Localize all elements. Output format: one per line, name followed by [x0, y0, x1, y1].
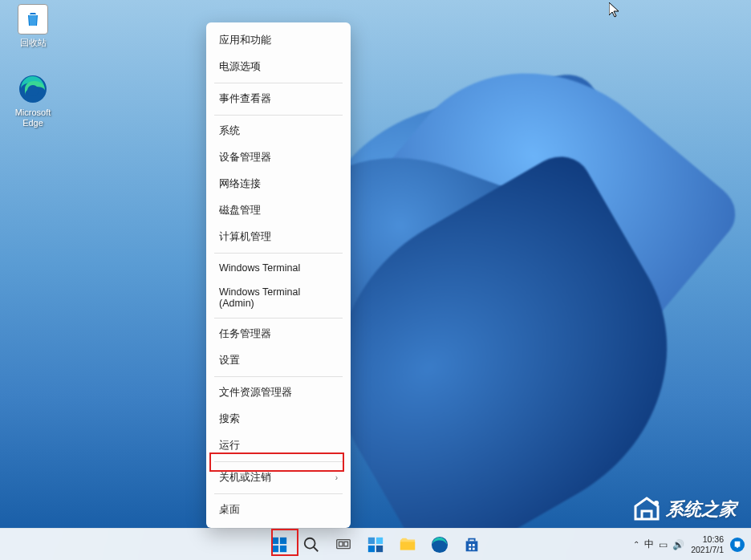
- clock-time: 10:36: [691, 534, 724, 545]
- svg-point-20: [654, 501, 659, 505]
- svg-rect-9: [339, 542, 343, 546]
- edge-icon: [18, 74, 48, 104]
- tray-battery-icon[interactable]: ▭: [659, 539, 668, 550]
- mouse-cursor: [609, 2, 622, 22]
- watermark: 系统之家: [632, 495, 737, 524]
- menu-separator: [214, 493, 343, 494]
- system-tray: ⌃ 中 ▭ 🔊 10:36 2021/7/1: [633, 534, 745, 554]
- desktop-icon-edge[interactable]: Microsoft Edge: [5, 74, 61, 128]
- svg-rect-10: [344, 542, 348, 546]
- menu-item-apps-features[interactable]: 应用和功能: [208, 27, 349, 54]
- explorer-button[interactable]: [393, 530, 422, 559]
- svg-rect-17: [473, 544, 475, 546]
- menu-item-task-manager[interactable]: 任务管理器: [208, 321, 349, 347]
- taskbar-clock[interactable]: 10:36 2021/7/1: [691, 534, 724, 554]
- svg-point-1: [27, 85, 39, 96]
- menu-item-disk-management[interactable]: 磁盘管理: [208, 197, 349, 224]
- start-button[interactable]: [265, 530, 294, 559]
- menu-separator: [214, 376, 343, 377]
- edge-taskbar-button[interactable]: [425, 530, 454, 559]
- menu-item-windows-terminal-admin[interactable]: Windows Terminal (Admin): [208, 280, 349, 315]
- menu-item-computer-management[interactable]: 计算机管理: [208, 224, 349, 250]
- menu-item-device-manager[interactable]: 设备管理器: [208, 144, 349, 171]
- svg-rect-18: [469, 547, 471, 550]
- desktop-wallpaper[interactable]: [0, 0, 751, 528]
- menu-item-settings[interactable]: 设置: [208, 347, 349, 374]
- start-context-menu: 应用和功能 电源选项 事件查看器 系统 设备管理器 网络连接 磁盘管理 计算机管…: [206, 22, 351, 528]
- notification-button[interactable]: [730, 538, 745, 552]
- menu-item-system[interactable]: 系统: [208, 118, 349, 144]
- desktop-icon-label: Microsoft Edge: [5, 108, 61, 128]
- menu-item-windows-terminal[interactable]: Windows Terminal: [208, 256, 349, 280]
- menu-item-event-viewer[interactable]: 事件查看器: [208, 86, 349, 112]
- svg-rect-19: [473, 547, 475, 550]
- menu-item-shutdown-signout[interactable]: 关机或注销 ›: [208, 465, 349, 491]
- tray-chevron-icon[interactable]: ⌃: [633, 540, 639, 549]
- menu-separator: [214, 461, 343, 462]
- menu-item-search[interactable]: 搜索: [208, 406, 349, 432]
- store-button[interactable]: [457, 530, 486, 559]
- menu-item-desktop[interactable]: 桌面: [208, 497, 349, 523]
- svg-rect-11: [368, 537, 375, 543]
- task-view-button[interactable]: [329, 530, 358, 559]
- svg-rect-13: [368, 545, 375, 551]
- svg-rect-5: [280, 545, 286, 551]
- menu-item-file-explorer[interactable]: 文件资源管理器: [208, 379, 349, 406]
- menu-separator: [214, 253, 343, 254]
- svg-point-6: [305, 538, 315, 548]
- taskbar-center: [265, 530, 486, 559]
- tray-volume-icon[interactable]: 🔊: [672, 539, 684, 550]
- desktop-icon-label: 回收站: [5, 38, 61, 48]
- recycle-bin-icon: [18, 4, 48, 34]
- search-button[interactable]: [297, 530, 326, 559]
- watermark-text: 系统之家: [666, 497, 737, 521]
- watermark-icon: [632, 495, 661, 524]
- taskbar: ⌃ 中 ▭ 🔊 10:36 2021/7/1: [0, 528, 751, 560]
- menu-item-run[interactable]: 运行: [208, 432, 349, 459]
- svg-rect-2: [272, 537, 278, 543]
- svg-rect-4: [272, 545, 278, 551]
- menu-item-power-options[interactable]: 电源选项: [208, 54, 349, 80]
- svg-rect-12: [376, 537, 383, 543]
- svg-line-7: [314, 546, 319, 551]
- svg-rect-3: [280, 537, 286, 543]
- menu-separator: [214, 318, 343, 319]
- desktop-icon-recycle-bin[interactable]: 回收站: [5, 4, 61, 48]
- clock-date: 2021/7/1: [691, 545, 724, 555]
- menu-separator: [214, 83, 343, 83]
- svg-rect-16: [469, 544, 471, 546]
- chevron-right-icon: ›: [335, 473, 338, 482]
- menu-item-network-connections[interactable]: 网络连接: [208, 171, 349, 197]
- svg-rect-14: [376, 545, 383, 551]
- menu-separator: [214, 115, 343, 116]
- widgets-button[interactable]: [361, 530, 390, 559]
- tray-ime-indicator[interactable]: 中: [644, 538, 654, 551]
